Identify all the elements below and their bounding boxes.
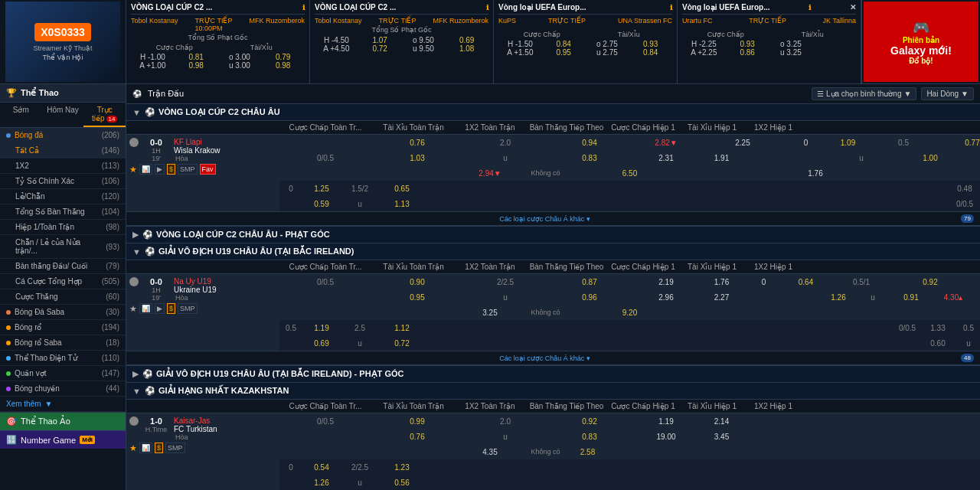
sidebar-item-bongro[interactable]: Bóng rổ (194) <box>0 320 126 335</box>
kaisar-ou-val-r1[interactable]: 0.92 <box>547 413 632 429</box>
u-val-2[interactable]: 1.08 <box>445 44 488 53</box>
tab-homnay[interactable]: Hôm Nay <box>42 103 84 127</box>
x1-r3[interactable]: 2.94▼ <box>456 165 524 181</box>
o-val-2[interactable]: 0.69 <box>445 36 488 44</box>
bntt-1-r1[interactable]: 1.09 <box>827 135 869 150</box>
star-icon-1[interactable]: ★ <box>129 165 137 175</box>
hhcp-val-r1[interactable]: 0.77 <box>938 135 980 150</box>
action-btn-u19c[interactable]: $ <box>167 303 175 314</box>
h1x2-r2[interactable]: 3.25▴ <box>965 150 980 165</box>
u-val-4[interactable] <box>812 48 856 57</box>
u19-x1-r3[interactable]: 3.25 <box>456 305 524 320</box>
sidebar-item-tysochinhxac[interactable]: Tỷ Số Chính Xác (106) <box>0 174 126 189</box>
top-match-card-4[interactable]: Vòng loại UEFA Europ... ℹ ✕ Urartu FC TR… <box>678 0 861 83</box>
bntt-val-r3[interactable]: 6.50 <box>609 165 651 181</box>
u19-ex-119[interactable]: 1.19 <box>302 320 341 335</box>
u19-ex-ou-val[interactable]: 1.12 <box>379 320 425 335</box>
u19-ou-val-r1[interactable]: 0.87 <box>547 274 632 289</box>
h-val-2[interactable]: 1.07 <box>358 36 402 44</box>
a-val-4[interactable]: 0.86 <box>726 48 769 57</box>
ex-ou-val[interactable]: 0.65 <box>379 181 425 196</box>
u19-x1-r1[interactable]: 2.19 <box>632 274 701 289</box>
x1-r1[interactable]: 2.82▼ <box>632 135 701 150</box>
u19-ex2-069[interactable]: 0.69 <box>302 335 341 351</box>
kaisar-x2-r1[interactable]: 2.14 <box>701 413 743 429</box>
kaisar-bntt-258[interactable]: 2.58 <box>567 444 609 459</box>
kaisar-x2-r2[interactable]: 3.45 <box>701 429 743 444</box>
sidebar-item-quanvot[interactable]: Quần vợt (147) <box>0 366 126 381</box>
sidebar-item-thethaodt[interactable]: Thể Thao Điện Tử (110) <box>0 351 126 366</box>
ex2-hcp-059[interactable]: 0.59 <box>302 196 341 211</box>
kaisar-x1-r3[interactable]: 4.35 <box>456 444 524 459</box>
star-icon-u19[interactable]: ★ <box>129 304 137 314</box>
action-btn-1c[interactable]: $ <box>167 164 175 175</box>
sidebar-item-xemthem[interactable]: Xem thêm ▼ <box>0 397 126 412</box>
u19-hhcp-val-r1[interactable]: 0.92 <box>896 274 965 289</box>
action-btn-u19d[interactable]: SMP <box>178 303 198 314</box>
tab-som[interactable]: Sớm <box>0 103 42 127</box>
a-val-1[interactable]: 0.98 <box>175 61 218 70</box>
kaisar-ex-123[interactable]: 1.23 <box>379 459 425 475</box>
more-link-3[interactable]: Các loại cược Châu Á khác ▾ <box>499 354 590 362</box>
hhcp-val-r2[interactable]: 1.00 <box>896 150 965 165</box>
u19-hcp-val-r1[interactable]: 0.90 <box>371 274 463 289</box>
sidebar-item-bongdasaba[interactable]: Bóng Đá Saba (30) <box>0 305 126 320</box>
action-btn-u19a[interactable]: 📊 <box>139 303 152 314</box>
u19-hhcp-val-r2[interactable]: 0.91 <box>896 289 926 305</box>
h1x2-r3[interactable]: 1.76 <box>789 165 842 181</box>
top-match-card-3[interactable]: Vòng loại UEFA Europ... ℹ KuPS TRỰC TIẾP… <box>494 0 678 83</box>
kaisar-ex2-126[interactable]: 1.26 <box>302 475 341 490</box>
sidebar-item-tatca[interactable]: Tất Cả (146) <box>0 143 126 158</box>
sidebar-item-tongsobanthang[interactable]: Tổng Số Bàn Thắng (104) <box>0 204 126 220</box>
ex2-ou-val[interactable]: 1.13 <box>379 196 425 211</box>
o-val-3[interactable]: 0.93 <box>629 40 672 48</box>
filter2-dropdown[interactable]: Hai Dòng ▼ <box>921 87 974 100</box>
action-btn-kaisar-c[interactable]: SMP <box>165 443 185 453</box>
more-link-1[interactable]: Các loại cược Châu Á khác ▾ <box>499 215 590 223</box>
league-header-3[interactable]: ▼ ⚽ GIẢI VÔ ĐỊCH U19 CHÂU ÂU (TẠI BẮC IR… <box>126 243 980 260</box>
h-val-4[interactable]: 0.93 <box>726 40 769 48</box>
star-icon-kaisar[interactable]: ★ <box>129 443 137 453</box>
u19-bntt-920[interactable]: 9.20 <box>609 305 651 320</box>
ou-val-r1[interactable]: 0.94 <box>547 135 632 150</box>
kaisar-ou-083[interactable]: 0.83 <box>547 429 632 444</box>
kaisar-x1-r2[interactable]: 19.00 <box>632 429 701 444</box>
kaisar-hcp-076[interactable]: 0.76 <box>371 429 463 444</box>
filter1-dropdown[interactable]: ☰ Lựa chọn bình thường ▼ <box>812 87 916 100</box>
hcp-val-h-r1[interactable]: 0.76 <box>371 135 463 150</box>
kaisar-hcp-val-r1[interactable]: 0.99 <box>371 413 463 429</box>
h-val-3[interactable]: 0.84 <box>542 40 586 48</box>
u19-x1-r2[interactable]: 2.96 <box>632 289 701 305</box>
sidebar-bottom-thethaoao[interactable]: 🎯 Thể Thao Ảo <box>0 412 126 430</box>
league-header-4[interactable]: ▶ ⚽ GIẢI VÔ ĐỊCH U19 CHÂU ÂU (TẠI BẮC IR… <box>126 366 980 383</box>
u-val-3[interactable]: 0.84 <box>629 48 672 57</box>
o-val-1[interactable]: 0.79 <box>261 53 305 61</box>
sidebar-item-hiep1[interactable]: Hiệp 1/Toàn Trận (98) <box>0 220 126 235</box>
u19-ou-val-r2[interactable]: 0.96 <box>547 289 632 305</box>
x2-r2[interactable]: 1.91 <box>701 150 743 165</box>
sidebar-bottom-numbergame[interactable]: 🔢 Number Game Mới <box>0 430 126 449</box>
sidebar-item-banhthand[interactable]: Bàn thắng Đầu/ Cuối (79) <box>0 259 126 274</box>
sidebar-item-cacuoctonghop[interactable]: Cá Cược Tổng Hợp (505) <box>0 274 126 289</box>
hcp-val-h-r2[interactable]: 1.03 <box>371 150 463 165</box>
action-btn-kaisar-a[interactable]: 📊 <box>139 443 152 453</box>
a-val-2[interactable]: 0.72 <box>358 44 402 53</box>
action-btn-1b[interactable]: ▶ <box>155 164 165 175</box>
u19-h1x2-r3[interactable]: 1.86▴ <box>965 305 980 320</box>
x2-r1[interactable]: 2.25 <box>701 135 785 150</box>
action-btn-kaisar-b[interactable]: $ <box>155 443 163 453</box>
ex-hcp-125[interactable]: 1.25 <box>302 181 341 196</box>
top-match-card-2[interactable]: VÒNG LOẠI CÚP C2 ... ℹ Tobol Kostanay TR… <box>310 0 494 83</box>
ou-val-r2[interactable]: 0.83 <box>547 150 632 165</box>
u19-hcp-val-r2[interactable]: 0.95 <box>371 289 463 305</box>
sidebar-item-cuocthang[interactable]: Cược Thắng (60) <box>0 289 126 305</box>
sidebar-item-bongda[interactable]: Bóng đá (206) <box>0 128 126 143</box>
u19-x2-r1[interactable]: 1.76 <box>701 274 743 289</box>
kaisar-ex-054[interactable]: 0.54 <box>302 459 341 475</box>
u19-bntt-126[interactable]: 1.26 <box>827 289 850 305</box>
league-header-1[interactable]: ▼ ⚽ VÒNG LOẠI CÚP C2 CHÂU ÂU <box>126 104 980 121</box>
kaisar-ex2-056[interactable]: 0.56 <box>379 475 425 490</box>
action-btn-1e[interactable]: Fav <box>200 164 216 175</box>
o-val-4[interactable] <box>812 40 856 48</box>
u19-h1x2-r1[interactable]: 3.05▴ <box>965 274 980 289</box>
